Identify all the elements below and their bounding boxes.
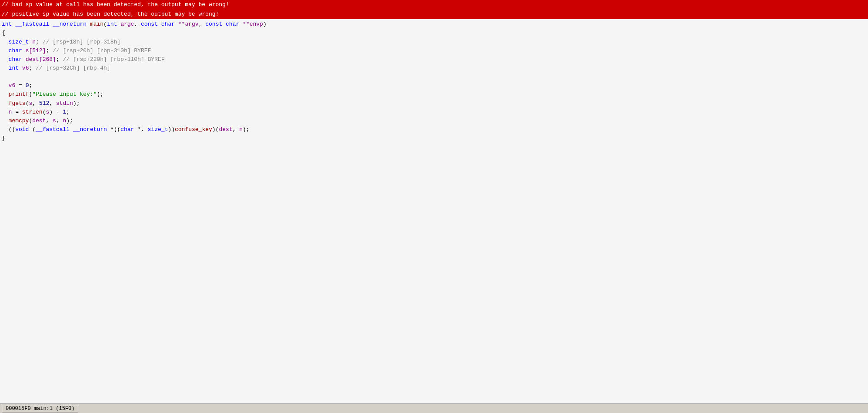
num-zero: 0 [26, 82, 29, 89]
var-n: n [32, 39, 36, 45]
kw-void: void [15, 126, 29, 133]
var-dest: dest[268] [26, 56, 56, 63]
param-type-const1: const [141, 21, 158, 27]
status-text: 000015F0 main:1 (15F0) [6, 406, 74, 412]
status-bar: 000015F0 main:1 (15F0) [0, 403, 868, 413]
status-address: 000015F0 main:1 (15F0) [2, 405, 78, 413]
param-argc: argc [120, 21, 134, 27]
var-dest-ref2: dest [219, 126, 232, 133]
keyword-noreturn: __noreturn [53, 21, 87, 27]
func-memcpy: memcpy [9, 118, 29, 124]
stmt-memcpy: memcpy(dest, s, n); [2, 117, 866, 125]
kw-fastcall2: __fastcall [36, 126, 70, 133]
var-n-ref2: n [63, 118, 66, 124]
param-type-int: int [107, 21, 117, 27]
var-dest-ref: dest [32, 118, 46, 124]
decl-s: char s[512]; // [rsp+20h] [rbp-310h] BYR… [2, 47, 866, 55]
function-value: main:1 [34, 406, 53, 412]
kw-noreturn2: __noreturn [73, 126, 107, 133]
var-s-ref3: s [53, 118, 56, 124]
var-stdin: stdin [56, 100, 73, 107]
func-printf: printf [9, 91, 29, 97]
var-n-ref: n [9, 109, 12, 115]
param-type-const2: const [205, 21, 222, 27]
stmt-fgets: fgets(s, 512, stdin); [2, 99, 866, 108]
num-512: 512 [39, 100, 49, 107]
warning-line-2: // positive sp value has been detected, … [0, 10, 868, 19]
str-please-input: "Please input key:" [32, 91, 97, 97]
comment-v6: // [rsp+32Ch] [rbp-4h] [36, 65, 110, 71]
decl-v6: int v6; // [rsp+32Ch] [rbp-4h] [2, 64, 866, 73]
param-type-char2: char [226, 21, 239, 27]
param-envp: **envp [243, 21, 263, 27]
kw-int-v6: int [9, 65, 19, 71]
brace-close: } [2, 134, 866, 143]
stmt-confuse-key: ((void (__fastcall __noreturn *)(char *,… [2, 125, 866, 134]
kw-char-dest: char [9, 56, 22, 63]
address-value: 000015F0 [6, 406, 31, 412]
comment-n: // [rsp+18h] [rbp-318h] [43, 39, 120, 45]
empty-line-1 [2, 73, 866, 81]
var-s-ref: s [29, 100, 32, 107]
kw-char-ptr: char [120, 126, 134, 133]
comment-s: // [rsp+20h] [rbp-310h] BYREF [53, 47, 151, 54]
var-s-ref2: s [46, 109, 49, 115]
code-content: int __fastcall __noreturn main(int argc,… [0, 19, 868, 144]
keyword-fastcall: __fastcall [15, 21, 49, 27]
code-editor: // bad sp value at call has been detecte… [0, 0, 868, 403]
func-strlen: strlen [22, 109, 43, 115]
var-n-ref3: n [239, 126, 243, 133]
comment-dest: // [rsp+220h] [rbp-110h] BYREF [63, 56, 164, 63]
warning-line-1: // bad sp value at call has been detecte… [0, 0, 868, 10]
function-signature: int __fastcall __noreturn main(int argc,… [2, 20, 866, 29]
var-v6: v6 [22, 65, 29, 71]
func-confuse-key: confuse_key [175, 126, 212, 133]
stmt-n-assign: n = strlen(s) - 1; [2, 108, 866, 117]
var-s: s[512] [26, 47, 46, 54]
var-v6-ref: v6 [9, 82, 16, 89]
param-argv: **argv [178, 21, 199, 27]
param-type-char1: char [161, 21, 175, 27]
offset-value: (15F0) [56, 406, 74, 412]
num-one: 1 [63, 109, 66, 115]
func-fgets: fgets [9, 100, 26, 107]
stmt-printf: printf("Please input key:"); [2, 90, 866, 99]
decl-n: size_t n; // [rsp+18h] [rbp-318h] [2, 38, 866, 47]
keyword-int: int [2, 21, 12, 27]
stmt-v6-assign: v6 = 0; [2, 81, 866, 90]
decl-dest: char dest[268]; // [rsp+220h] [rbp-110h]… [2, 55, 866, 64]
kw-size_t: size_t [9, 39, 29, 45]
func-name-main: main [90, 21, 103, 27]
kw-char-s: char [9, 47, 22, 54]
brace-open: { [2, 29, 866, 37]
kw-size_t2: size_t [148, 126, 168, 133]
